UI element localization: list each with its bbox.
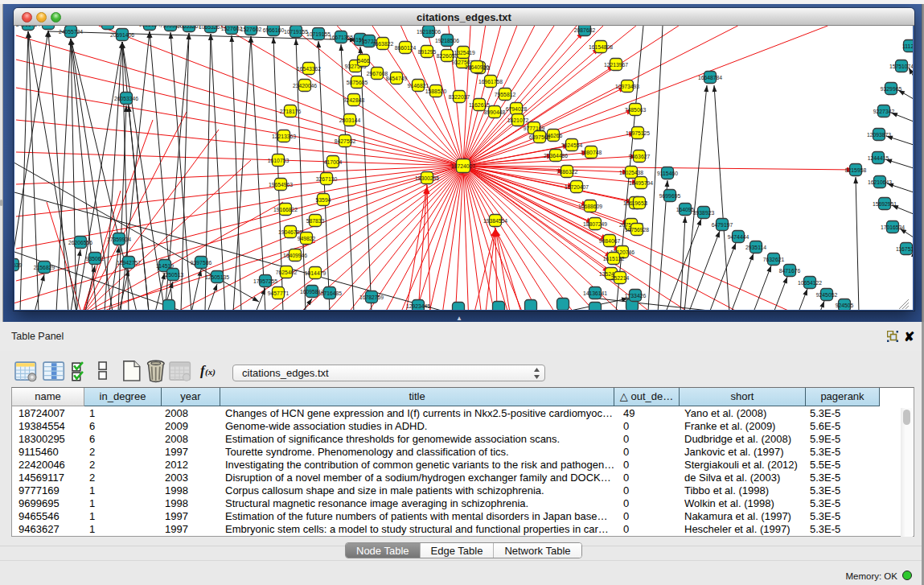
svg-text:9699695: 9699695 <box>659 193 681 199</box>
svg-text:15692951: 15692951 <box>873 201 897 207</box>
svg-text:2967608: 2967608 <box>367 71 388 76</box>
svg-text:164095: 164095 <box>676 207 695 212</box>
svg-text:10653267: 10653267 <box>199 26 223 30</box>
svg-text:1162615: 1162615 <box>469 102 490 108</box>
svg-text:10719155: 10719155 <box>306 31 331 37</box>
svg-text:114519: 114519 <box>156 263 174 269</box>
svg-text:16543362: 16543362 <box>297 66 321 72</box>
svg-text:9242848: 9242848 <box>343 97 365 103</box>
svg-text:26053346: 26053346 <box>114 96 138 101</box>
svg-text:2087682: 2087682 <box>574 27 596 33</box>
svg-text:10653267: 10653267 <box>177 26 201 29</box>
svg-text:9397586: 9397586 <box>191 260 212 266</box>
svg-text:11325419: 11325419 <box>451 50 475 56</box>
svg-text:1080748: 1080748 <box>581 150 602 155</box>
svg-text:19652: 19652 <box>632 200 647 206</box>
svg-text:18640910: 18640910 <box>465 64 489 70</box>
svg-text:23420046: 23420046 <box>293 83 317 89</box>
svg-text:9245052: 9245052 <box>816 292 838 298</box>
svg-text:9085124: 9085124 <box>139 26 161 27</box>
svg-text:10688609: 10688609 <box>578 204 602 209</box>
svg-text:53594: 53594 <box>316 197 331 203</box>
svg-text:24055754: 24055754 <box>16 26 40 27</box>
svg-text:10025438: 10025438 <box>619 170 643 175</box>
svg-text:19218506: 19218506 <box>435 38 459 43</box>
svg-text:24055724: 24055724 <box>59 29 83 35</box>
svg-text:1914479: 1914479 <box>305 270 326 276</box>
svg-text:(x): (x) <box>205 367 216 377</box>
svg-text:8454749: 8454749 <box>386 76 408 81</box>
svg-text:20691406: 20691406 <box>110 32 134 38</box>
svg-text:924505: 924505 <box>836 303 854 308</box>
svg-text:2803144: 2803144 <box>339 117 361 123</box>
svg-text:7886322: 7886322 <box>556 169 578 175</box>
svg-text:12213967: 12213967 <box>604 62 628 68</box>
svg-text:1527602: 1527602 <box>240 27 262 32</box>
svg-text:7632621: 7632621 <box>763 257 785 262</box>
svg-text:12093873: 12093873 <box>867 132 891 138</box>
svg-text:9227342: 9227342 <box>873 109 895 114</box>
svg-text:19218506: 19218506 <box>417 29 441 35</box>
svg-text:8427552: 8427552 <box>335 138 356 144</box>
svg-text:18807249: 18807249 <box>583 221 607 227</box>
svg-text:252214: 252214 <box>611 275 630 281</box>
svg-text:417004: 417004 <box>324 159 343 165</box>
svg-text:1244415: 1244415 <box>868 155 889 161</box>
svg-text:17016534: 17016534 <box>881 225 905 230</box>
svg-text:6794028: 6794028 <box>506 106 528 112</box>
svg-text:15751074: 15751074 <box>889 64 913 69</box>
svg-text:9463627: 9463627 <box>629 154 651 159</box>
svg-text:18300295: 18300295 <box>415 175 439 181</box>
svg-text:1610753: 1610753 <box>268 158 290 163</box>
svg-text:891295: 891295 <box>418 49 437 55</box>
svg-text:16782759: 16782759 <box>359 295 384 300</box>
svg-text:6897568: 6897568 <box>529 134 551 140</box>
svg-text:19654963: 19654963 <box>269 182 293 187</box>
svg-text:935061: 935061 <box>86 256 105 262</box>
svg-text:15716485: 15716485 <box>318 290 342 296</box>
svg-text:991539: 991539 <box>14 262 23 268</box>
svg-text:16409946: 16409946 <box>283 253 307 258</box>
svg-text:16210643: 16210643 <box>868 179 892 185</box>
svg-text:1250513: 1250513 <box>162 272 184 278</box>
svg-text:1588520: 1588520 <box>425 89 447 94</box>
svg-text:10756928: 10756928 <box>625 227 649 233</box>
svg-text:1167531: 1167531 <box>896 246 913 252</box>
svg-text:18724007: 18724007 <box>451 163 475 169</box>
svg-text:1733426: 1733426 <box>625 293 647 299</box>
svg-text:19384554: 19384554 <box>483 218 507 224</box>
svg-text:1615132: 1615132 <box>603 256 625 262</box>
svg-text:1621072: 1621072 <box>507 117 529 123</box>
svg-text:6479197: 6479197 <box>712 222 733 228</box>
svg-text:14136141: 14136141 <box>583 290 607 296</box>
svg-text:1527602: 1527602 <box>221 26 243 31</box>
svg-text:13975125: 13975125 <box>626 130 650 136</box>
svg-text:26206556: 26206556 <box>68 240 92 245</box>
svg-text:19166822: 19166822 <box>273 207 298 212</box>
svg-text:15720407: 15720407 <box>565 184 589 190</box>
svg-text:1906754: 1906754 <box>97 26 119 27</box>
svg-text:7663822: 7663822 <box>372 41 394 47</box>
svg-text:3267130: 3267130 <box>316 176 338 182</box>
svg-text:7955812: 7955812 <box>495 92 516 97</box>
svg-text:9474444: 9474444 <box>728 234 749 240</box>
svg-text:2011554: 2011554 <box>38 26 59 27</box>
svg-text:12942757: 12942757 <box>117 260 141 266</box>
svg-text:6966160: 6966160 <box>263 27 285 33</box>
svg-text:9457771: 9457771 <box>268 290 290 296</box>
svg-text:17957255: 17957255 <box>253 278 277 284</box>
svg-text:10654122: 10654122 <box>798 280 822 286</box>
svg-text:5466: 5466 <box>357 58 369 64</box>
svg-text:12505135: 12505135 <box>205 274 229 280</box>
svg-text:16154808: 16154808 <box>589 44 613 50</box>
svg-text:8471676: 8471676 <box>779 268 801 274</box>
svg-text:9329965: 9329965 <box>881 86 902 92</box>
svg-text:2935114: 2935114 <box>745 245 766 250</box>
svg-text:9146821: 9146821 <box>408 83 429 89</box>
svg-text:3024554: 3024554 <box>561 142 583 148</box>
svg-text:8990448: 8990448 <box>484 109 506 115</box>
svg-text:19046788: 19046788 <box>278 229 302 235</box>
svg-text:17359934: 17359934 <box>107 237 131 242</box>
svg-text:5875685: 5875685 <box>347 80 368 85</box>
svg-text:8938923: 8938923 <box>693 210 715 216</box>
